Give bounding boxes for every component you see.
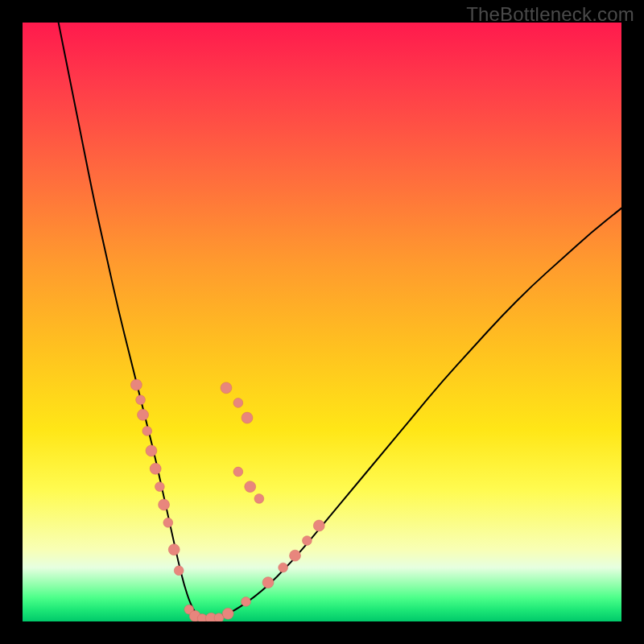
data-dot — [279, 563, 288, 572]
bottleneck-curve — [59, 23, 621, 618]
chart-overlay — [23, 23, 621, 621]
dots-group — [130, 379, 324, 621]
data-dot — [245, 481, 256, 493]
data-dot — [163, 518, 173, 527]
plot-area — [23, 23, 621, 621]
data-dot — [138, 409, 149, 420]
data-dot — [313, 520, 324, 531]
data-dot — [233, 467, 243, 477]
data-dot — [242, 412, 253, 423]
data-dot — [262, 577, 274, 588]
data-dot — [222, 608, 233, 619]
data-dot — [242, 597, 251, 607]
data-dot — [130, 379, 142, 390]
data-dot — [174, 566, 184, 576]
data-dot — [155, 482, 164, 492]
data-dot — [142, 427, 152, 436]
data-dot — [221, 382, 232, 394]
data-dot — [146, 445, 157, 456]
data-dot — [233, 398, 243, 408]
data-dot — [168, 544, 180, 555]
data-dot — [254, 494, 264, 504]
data-dot — [159, 499, 170, 510]
data-dot — [290, 550, 301, 561]
watermark-text: TheBottleneck.com — [466, 3, 634, 26]
data-dot — [303, 536, 312, 546]
data-dot — [136, 395, 146, 405]
data-dot — [150, 463, 161, 474]
chart-frame: TheBottleneck.com — [0, 0, 644, 644]
